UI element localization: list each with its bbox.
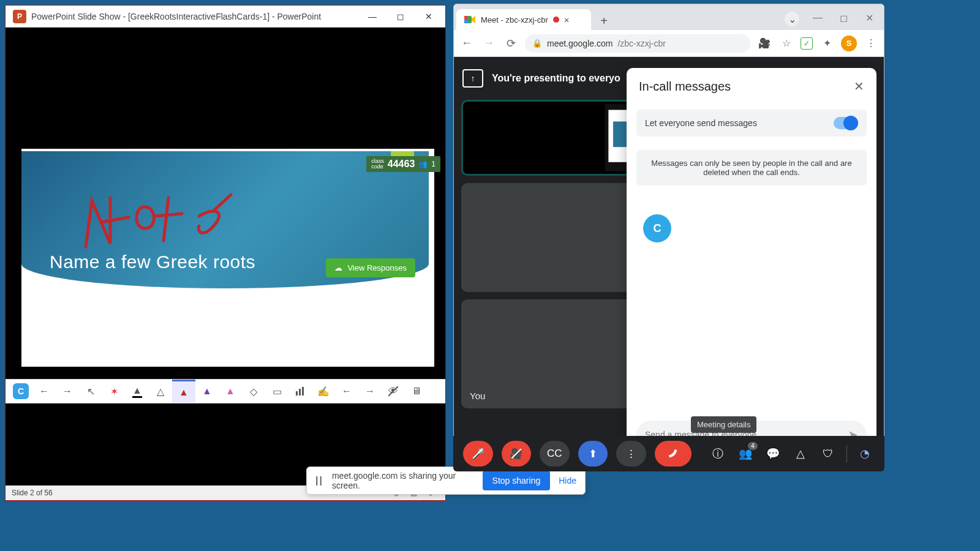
chrome-maximize-button[interactable]: ◻ — [831, 9, 856, 26]
back-button[interactable]: ← — [459, 37, 475, 50]
minimize-button[interactable]: — — [358, 7, 386, 26]
poll-tool[interactable] — [288, 380, 312, 403]
slide-area: Name a few Greek roots ☁ View Responses … — [6, 28, 445, 500]
more-button[interactable]: ⋮ — [616, 441, 646, 467]
titlebar: P PowerPoint Slide Show - [GreekRootsInt… — [6, 6, 445, 28]
address-bar[interactable]: 🔒 meet.google.com/zbc-xzxj-cbr — [525, 34, 750, 53]
svg-rect-0 — [296, 391, 298, 395]
info-icon[interactable]: ⓘ — [709, 446, 728, 461]
extension-green-icon[interactable]: ✓ — [801, 37, 813, 50]
presenting-text: You're presenting to everyo — [492, 73, 620, 84]
chat-toggle-switch[interactable] — [834, 117, 858, 129]
pen-purple-tool[interactable]: ▲ — [195, 380, 219, 403]
url-host: meet.google.com — [547, 39, 612, 48]
ink-annotation — [77, 173, 236, 259]
present-button[interactable]: ⬆ — [578, 441, 608, 467]
hide-tool[interactable]: 👁 — [382, 380, 405, 403]
tab-title: Meet - zbc-xzxj-cbr — [481, 15, 548, 24]
activities-icon[interactable]: △ — [791, 447, 810, 460]
classpoint-icon[interactable]: C — [9, 380, 32, 403]
svg-rect-1 — [299, 389, 301, 395]
host-controls-icon[interactable]: 🛡 — [819, 448, 838, 460]
tab-close-icon[interactable]: × — [564, 15, 570, 25]
forward-button[interactable]: → — [481, 37, 497, 50]
profile-avatar[interactable]: S — [841, 36, 857, 51]
view-responses-label: View Responses — [347, 263, 407, 272]
chat-icon[interactable]: 💬 — [764, 447, 783, 460]
annotation-toolbar: C ← → ↖ ✶ ▲ △ ▲ ▲ ▲ ◇ ▭ ✍ ← → 👁 🖥 — [6, 379, 445, 403]
lock-icon: 🔒 — [532, 39, 542, 48]
avatar-1: C — [643, 214, 671, 242]
svg-rect-5 — [464, 20, 468, 23]
captions-button[interactable]: CC — [540, 441, 570, 467]
class-code-label: class code — [371, 159, 384, 170]
present-icon: ↑ — [462, 69, 483, 88]
mic-button[interactable]: 🎤 — [463, 441, 493, 467]
chrome-minimize-button[interactable]: — — [805, 9, 830, 26]
pen-red-tool[interactable]: ▲ — [172, 380, 195, 403]
chrome-window: Meet - zbc-xzxj-cbr × + ⌄ — ◻ ✕ ← → ⟳ 🔒 … — [453, 4, 884, 469]
pointer-tool[interactable]: ↖ — [79, 380, 102, 403]
eraser-tool[interactable]: ◇ — [242, 380, 265, 403]
slide[interactable]: Name a few Greek roots ☁ View Responses — [21, 149, 434, 367]
extensions-icon[interactable]: ✦ — [819, 36, 835, 51]
cloud-icon: ☁ — [334, 263, 342, 272]
tab-meet[interactable]: Meet - zbc-xzxj-cbr × — [456, 9, 591, 30]
camera-button[interactable]: 🎥 — [502, 441, 532, 467]
chat-close-icon[interactable]: ✕ — [854, 79, 864, 94]
meet-content: ↑ You're presenting to everyo C — [454, 57, 884, 468]
svg-rect-2 — [302, 387, 304, 395]
redo-arrow-button[interactable]: → — [358, 380, 382, 403]
meet-icon — [464, 13, 476, 26]
tab-search-button[interactable]: ⌄ — [785, 12, 799, 26]
prev-arrow-button[interactable]: ← — [32, 380, 56, 403]
meet-control-bar: 🎤 🎥 CC ⬆ ⋮ ⓘ 👥4 💬 △ 🛡 ◔ — [453, 436, 884, 471]
reload-button[interactable]: ⟳ — [503, 37, 519, 50]
clock-icon[interactable]: ◔ — [856, 447, 875, 460]
draw-tool[interactable]: ✍ — [312, 380, 335, 403]
chrome-menu-icon[interactable]: ⋮ — [863, 36, 879, 51]
hide-button[interactable]: Hide — [559, 476, 576, 485]
chat-info-note: Messages can only be seen by people in t… — [636, 150, 867, 186]
next-arrow-button[interactable]: → — [56, 380, 79, 403]
slide-question: Name a few Greek roots — [50, 252, 255, 272]
pen-black-tool[interactable]: ▲ — [126, 380, 149, 403]
new-tab-button[interactable]: + — [595, 12, 613, 30]
slide-counter: Slide 2 of 56 — [12, 489, 53, 497]
chat-title: In-call messages — [639, 80, 731, 94]
pause-icon[interactable]: || — [315, 475, 323, 486]
people-count-badge: 4 — [748, 442, 758, 450]
chat-panel: In-call messages ✕ Let everyone send mes… — [627, 68, 876, 460]
blank-slide-tool[interactable]: ▭ — [265, 380, 288, 403]
star-icon[interactable]: ☆ — [778, 36, 794, 51]
view-responses-button[interactable]: ☁ View Responses — [326, 258, 415, 277]
chat-toggle-row: Let everyone send messages — [636, 110, 867, 137]
tooltip-meeting-details: Meeting details — [691, 416, 756, 433]
recording-icon — [553, 17, 559, 23]
tab-strip: Meet - zbc-xzxj-cbr × + ⌄ — ◻ ✕ — [454, 4, 884, 30]
laser-tool[interactable]: ✶ — [102, 380, 126, 403]
maximize-button[interactable]: ◻ — [386, 7, 415, 26]
camera-icon[interactable]: 🎥 — [756, 36, 772, 51]
hangup-button[interactable] — [655, 441, 692, 467]
close-button[interactable]: ✕ — [415, 7, 443, 26]
participant-count: 1 — [431, 160, 435, 168]
undo-arrow-button[interactable]: ← — [335, 380, 358, 403]
chrome-close-button[interactable]: ✕ — [857, 9, 881, 26]
svg-rect-4 — [464, 16, 468, 20]
stop-sharing-button[interactable]: Stop sharing — [483, 471, 551, 490]
powerpoint-window: P PowerPoint Slide Show - [GreekRootsInt… — [5, 5, 446, 501]
people-icon: 👥 — [418, 160, 428, 168]
you-label: You — [470, 391, 485, 401]
share-text: meet.google.com is sharing your screen. — [332, 471, 474, 490]
class-code-badge: class code 44463 👥 1 — [366, 156, 440, 172]
chat-header: In-call messages ✕ — [627, 68, 876, 105]
people-icon[interactable]: 👥4 — [736, 447, 755, 460]
toolbar: ← → ⟳ 🔒 meet.google.com/zbc-xzxj-cbr 🎥 ☆… — [454, 30, 884, 57]
pen-outline-tool[interactable]: △ — [149, 380, 172, 403]
pen-pink-tool[interactable]: ▲ — [219, 380, 242, 403]
class-code: 44463 — [388, 159, 415, 170]
powerpoint-icon: P — [13, 10, 26, 23]
window-title: PowerPoint Slide Show - [GreekRootsInter… — [31, 12, 358, 21]
screen-tool[interactable]: 🖥 — [405, 380, 428, 403]
